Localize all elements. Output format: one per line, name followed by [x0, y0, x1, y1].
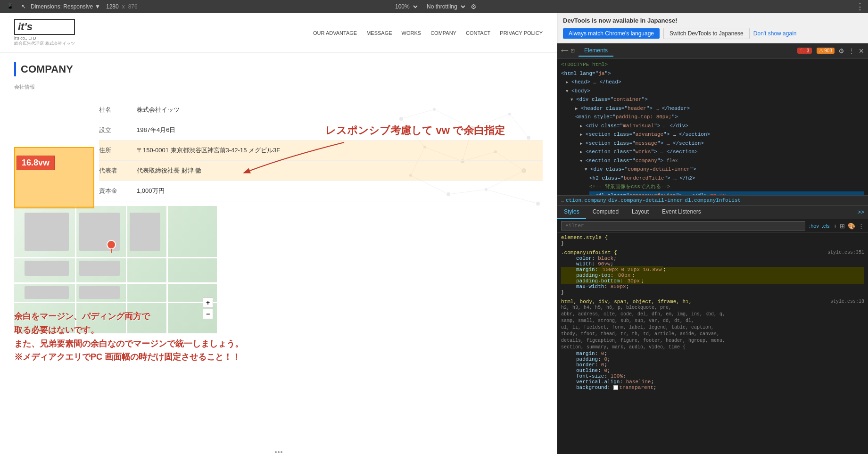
dom-line[interactable]: <h2 class="borderedTitle"> … </h2> [589, 174, 864, 183]
dom-tree: <!DOCTYPE html> <html lang="ja"> ▶ <head… [557, 58, 868, 195]
dom-line[interactable]: <main style="padding-top: 80px;"> [575, 113, 864, 122]
throttle-select[interactable]: No throttling Slow 3G Fast 3G [423, 2, 467, 11]
html-tag: <html lang="ja"> [561, 71, 611, 76]
map-block [25, 286, 69, 299]
styles-tab-event-listeners[interactable]: Event Listeners [655, 206, 708, 219]
dom-line[interactable]: ▶ <div class="mainvisual"> … </div> [580, 122, 864, 131]
device-toggle-button[interactable]: 📱 [4, 2, 17, 11]
styles-filter-input[interactable] [561, 221, 805, 231]
table-row: 社名 株式会社イッツ [99, 100, 543, 120]
devtools-panel: DevTools is now available in Japanese! A… [557, 13, 868, 454]
styles-panel: Styles Computed Layout Event Listeners >… [557, 206, 868, 454]
css-source-reset[interactable]: style.css:18 [830, 299, 864, 304]
dom-line[interactable]: ▼ <div class="company-detail-inner"> [585, 165, 864, 174]
styles-tab-layout[interactable]: Layout [625, 206, 655, 219]
cls-button[interactable]: .cls [822, 223, 830, 229]
css-source-companyinfolist[interactable]: style.css:351 [827, 250, 864, 255]
head-tag: <head> [571, 79, 590, 85]
tab-elements[interactable]: Elements [579, 45, 613, 57]
map-zoom-in[interactable]: + [203, 297, 213, 308]
dom-line[interactable]: ▶ <section class="advantage"> … </sectio… [580, 130, 864, 139]
dom-line[interactable]: ▶ <head> … </head> [566, 78, 864, 87]
refresh-icon[interactable]: ⊞ [840, 223, 845, 230]
map-road [14, 257, 217, 258]
css-selector: element.style { [561, 235, 608, 240]
nav-privacy[interactable]: PRIVACY POLICY [500, 30, 543, 36]
devtools-close-icon[interactable]: ✕ [859, 47, 864, 55]
css-close-brace: } [561, 289, 564, 295]
site-logo: it's it's co., LTD 総合広告代理店 株式会社イッツ [14, 19, 75, 47]
css-prop-margin: margin: 100px 0 26px 16.8vw; [561, 267, 864, 272]
nav-contact[interactable]: CONTACT [466, 30, 490, 36]
nav-works[interactable]: WORKS [402, 30, 422, 36]
dom-line[interactable]: <!DOCTYPE html> [561, 60, 864, 69]
browser-viewport: it's it's co., LTD 総合広告代理店 株式会社イッツ OUR A… [0, 13, 557, 454]
more-styles-icon[interactable]: ⋮ [858, 223, 864, 230]
switch-devtools-button[interactable]: Switch DevTools to Japanese [663, 28, 750, 39]
devtools-left-arrow[interactable]: ⟵ [561, 48, 569, 54]
annotation-arrow-svg [231, 138, 349, 175]
breadcrumb-item-infolist[interactable]: dl.companyInfoList [685, 198, 741, 203]
css-selector-companyinfolist: .companyInfoList { [561, 250, 617, 256]
dom-line[interactable]: ▼ <section class="company"> flex [580, 157, 864, 165]
map-pin [107, 240, 116, 255]
annotation-label: 16.8vw [17, 156, 55, 170]
dom-line[interactable]: ▶ <header class="header"> … </header> [575, 104, 864, 113]
dom-line-selected[interactable]: ▼ <dl class="companyInfoList"> … </dl> =… [589, 191, 864, 196]
info-label-name: 社名 [99, 106, 137, 114]
css-reset-selectors: h2, h3, h4, h5, h6, p, blockquote, pre, … [561, 305, 864, 351]
dom-line[interactable]: ▶ <section class="works"> … </section> [580, 148, 864, 157]
info-value-name: 株式会社イッツ [137, 106, 180, 114]
width-display: 1280 [106, 3, 119, 10]
nav-company[interactable]: COMPANY [430, 30, 456, 36]
css-selector-reset: html, body, div, span, object, iframe, h… [561, 299, 692, 305]
devtools-expand-icon[interactable]: ⊡ [570, 48, 575, 54]
hov-button[interactable]: :hov [809, 223, 819, 229]
error-badge: 🚫 3 [797, 48, 811, 54]
nav-our-advantage[interactable]: OUR ADVANTAGE [313, 30, 357, 36]
table-row: 資本金 1,000万円 [99, 181, 543, 201]
breadcrumb-item-detail[interactable]: div.company-detail-inner [608, 198, 683, 203]
css-rule-companyinfolist: .companyInfoList { style.css:351 color: … [561, 250, 864, 295]
nav-message[interactable]: MESSAGE [366, 30, 392, 36]
dom-line[interactable]: <html lang="ja"> [561, 69, 864, 78]
devtools-notification: DevTools is now available in Japanese! A… [557, 13, 868, 43]
more-options-icon[interactable]: ⋮ [856, 1, 864, 12]
cursor-button[interactable]: ↖ [18, 2, 29, 11]
top-toolbar: 📱 ↖ Dimensions: Responsive ▼ 1280 x 876 … [0, 0, 868, 13]
title-bar-decoration [14, 62, 16, 76]
resize-dot [281, 451, 282, 453]
styles-tab-styles[interactable]: Styles [557, 206, 586, 219]
settings-gear-icon[interactable]: ⚙ [838, 47, 844, 55]
css-prop-reset-border: border: 0; [561, 362, 864, 368]
company-detail: 16.8vw 社名 株式会社イッツ 設立 1987年4月6日 住所 [14, 100, 543, 201]
devtools-more-icon[interactable]: ⋮ [848, 47, 855, 55]
zoom-select[interactable]: 100% 75% 50% [391, 2, 419, 11]
add-rule-icon[interactable]: + [833, 223, 837, 230]
styles-tab-computed[interactable]: Computed [586, 206, 625, 219]
dont-show-again-link[interactable]: Don't show again [753, 30, 797, 37]
website-frame: it's it's co., LTD 総合広告代理店 株式会社イッツ OUR A… [0, 13, 557, 454]
dom-line[interactable]: ▼ <div class="container"> [570, 95, 864, 104]
color-picker-icon[interactable]: 🎨 [848, 223, 855, 230]
responsive-label: Dimensions: Responsive [31, 3, 93, 10]
styles-tabs-more[interactable]: >> [858, 209, 864, 215]
settings-icon[interactable]: ⚙ [471, 3, 477, 10]
css-prop-reset-padding: padding: 0; [561, 356, 864, 362]
dom-line[interactable]: ▶ <section class="message"> … </section> [580, 139, 864, 148]
breadcrumb-item-company[interactable]: ction.company [566, 198, 606, 203]
annotation-text-top: レスポンシブ考慮して vw で余白指定 [325, 124, 505, 138]
map-block [25, 213, 69, 251]
dom-line[interactable]: ▼ <body> [566, 87, 864, 96]
resize-handle[interactable] [269, 450, 288, 454]
info-value-founded: 1987年4月6日 [137, 126, 175, 134]
always-match-button[interactable]: Always match Chrome's language [563, 28, 660, 39]
map-road [14, 302, 217, 303]
annotation-bottom-container: 余白をマージン、パディング両方で 取る必要はないです。 また、兄弟要素間の余白な… [14, 310, 543, 364]
info-label-capital: 資本金 [99, 187, 137, 195]
info-label-founded: 設立 [99, 126, 137, 134]
dom-line[interactable]: <!-- 背景画像をcssで入れる--> [589, 182, 864, 191]
css-prop-reset-margin: margin: 0; [561, 351, 864, 356]
dom-breadcrumb: … ction.company div.company-detail-inner… [557, 195, 868, 206]
css-prop-reset-vertical-align: vertical-align: baseline; [561, 379, 864, 385]
